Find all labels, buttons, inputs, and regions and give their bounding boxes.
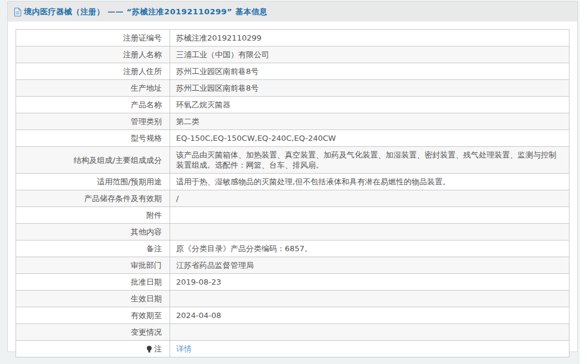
registration-info-table: 注册证编号 苏械注准20192110299 注册人名称 三浦工业（中国）有限公司…	[16, 29, 569, 357]
row-label: 其他内容	[16, 224, 170, 240]
row-label: 生产地址	[16, 80, 170, 96]
row-label: 批准日期	[16, 274, 170, 290]
row-value	[170, 207, 569, 223]
row-value: 该产品由灭菌箱体、加热装置、真空装置、加药及气化装置、加湿装置、密封装置、残气处…	[170, 147, 569, 173]
table-row: 注册证编号 苏械注准20192110299	[16, 30, 569, 47]
table-row: 批准日期 2019-08-23	[16, 274, 569, 291]
row-label-note: 注	[16, 341, 170, 357]
table-row: 结构及组成/主要组成成分 该产品由灭菌箱体、加热装置、真空装置、加药及气化装置、…	[16, 147, 569, 174]
document-icon	[14, 8, 21, 17]
detail-link[interactable]: 详情	[176, 344, 192, 354]
row-value-note: 详情	[170, 341, 569, 357]
table-row: 其他内容	[16, 224, 569, 240]
table-row: 变更情况	[16, 324, 569, 341]
row-value: 适用于热、湿敏感物品的灭菌处理,但不包括液体和具有潜在易燃性的物品装置。	[170, 174, 569, 190]
row-label: 有效期至	[16, 307, 170, 323]
row-value: 原《分类目录》产品分类编码：6857。	[170, 240, 569, 257]
row-value: 环氧乙烷灭菌器	[170, 97, 569, 113]
table-row: 型号规格 EQ-150C,EQ-150CW,EQ-240C,EQ-240CW	[16, 130, 569, 147]
row-label: 注册人住所	[16, 63, 170, 79]
table-row: 管理类别 第二类	[16, 113, 569, 130]
table-row: 审批部门 江苏省药品监督管理局	[16, 257, 569, 274]
table-row: 注册人住所 苏州工业园区南前巷8号	[16, 63, 569, 80]
row-value	[170, 291, 569, 307]
table-row: 产品名称 环氧乙烷灭菌器	[16, 97, 569, 113]
row-value: 苏州工业园区南前巷8号	[170, 63, 569, 79]
table-row: 附件	[16, 207, 569, 224]
row-value	[170, 224, 569, 240]
registration-info-panel: 境内医疗器械（注册） —— “苏械注准20192110299” 基本信息 注册证…	[7, 1, 578, 352]
row-label: 产品名称	[16, 97, 170, 113]
row-label: 附件	[16, 207, 170, 223]
row-label: 备注	[16, 240, 170, 257]
bulb-icon	[146, 346, 152, 353]
table-row: 注册人名称 三浦工业（中国）有限公司	[16, 47, 569, 63]
row-label: 生效日期	[16, 291, 170, 307]
table-row: 适用范围/预期用途 适用于热、湿敏感物品的灭菌处理,但不包括液体和具有潜在易燃性…	[16, 174, 569, 190]
row-label: 结构及组成/主要组成成分	[16, 147, 170, 173]
page-title: 境内医疗器械（注册） —— “苏械注准20192110299” 基本信息	[24, 7, 267, 17]
row-value: 2019-08-23	[170, 274, 569, 290]
table-row-note: 注 详情	[16, 341, 569, 357]
row-label: 变更情况	[16, 324, 170, 340]
panel-header: 境内医疗器械（注册） —— “苏械注准20192110299” 基本信息	[8, 2, 577, 21]
row-value: 2024-04-08	[170, 307, 569, 323]
row-label: 管理类别	[16, 113, 170, 129]
table-row: 备注 原《分类目录》产品分类编码：6857。	[16, 240, 569, 257]
row-label: 审批部门	[16, 257, 170, 273]
row-value: 江苏省药品监督管理局	[170, 257, 569, 273]
row-label: 适用范围/预期用途	[16, 174, 170, 190]
row-value: 苏州工业园区南前巷8号	[170, 80, 569, 96]
row-label: 注册证编号	[16, 30, 170, 46]
row-value: 三浦工业（中国）有限公司	[170, 47, 569, 63]
row-value: 苏械注准20192110299	[170, 30, 569, 46]
row-value: /	[170, 190, 569, 206]
table-row: 产品储存条件及有效期 /	[16, 190, 569, 207]
table-row: 有效期至 2024-04-08	[16, 307, 569, 324]
row-value: EQ-150C,EQ-150CW,EQ-240C,EQ-240CW	[170, 130, 569, 146]
table-row: 生效日期	[16, 291, 569, 307]
row-label: 型号规格	[16, 130, 170, 146]
row-label: 注册人名称	[16, 47, 170, 63]
row-label: 产品储存条件及有效期	[16, 190, 170, 206]
table-row: 生产地址 苏州工业园区南前巷8号	[16, 80, 569, 97]
row-value: 第二类	[170, 113, 569, 129]
row-value	[170, 324, 569, 340]
note-label: 注	[154, 344, 162, 354]
